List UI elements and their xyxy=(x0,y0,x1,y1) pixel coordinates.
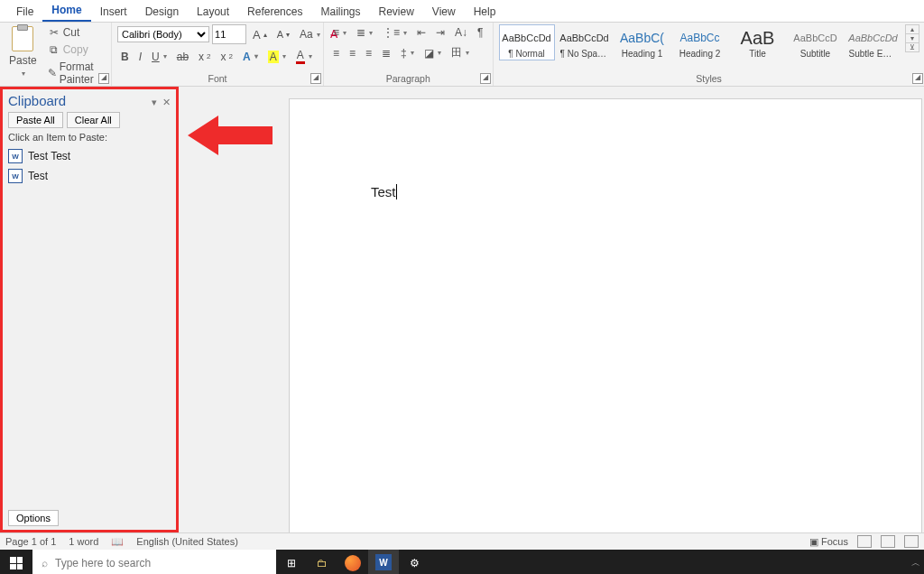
borders-button[interactable]: 田▾ xyxy=(448,43,473,62)
scissors-icon: ✂ xyxy=(48,26,60,39)
line-spacing-button[interactable]: ‡▾ xyxy=(397,45,418,61)
bullets-button[interactable]: ≡▾ xyxy=(329,24,350,41)
clipboard-icon xyxy=(12,26,33,51)
sort-button[interactable]: A↓ xyxy=(451,24,471,41)
document-text: Test xyxy=(371,184,396,199)
show-marks-button[interactable]: ¶ xyxy=(474,24,486,41)
word-count[interactable]: 1 word xyxy=(69,536,98,547)
format-painter-button[interactable]: ✎Format Painter xyxy=(44,59,106,88)
copy-icon: ⧉ xyxy=(48,43,60,56)
justify-button[interactable]: ≣ xyxy=(378,45,394,61)
tab-view[interactable]: View xyxy=(423,3,465,22)
clipboard-list: Test TestTest xyxy=(3,146,176,506)
pane-menu-icon[interactable]: ▾ xyxy=(152,97,157,107)
dialog-launcher-icon[interactable]: ◢ xyxy=(912,73,923,84)
options-button[interactable]: Options xyxy=(8,510,59,526)
print-layout-button[interactable] xyxy=(881,535,895,548)
style-subtitle[interactable]: AaBbCcDSubtitle xyxy=(788,24,844,60)
dialog-launcher-icon[interactable]: ◢ xyxy=(310,73,321,84)
group-styles: AaBbCcDd¶ NormalAaBbCcDd¶ No Spac...AaBb… xyxy=(494,23,924,86)
style-heading-2[interactable]: AaBbCcHeading 2 xyxy=(672,24,728,60)
style-heading-1[interactable]: AaBbC(Heading 1 xyxy=(614,24,670,60)
tab-help[interactable]: Help xyxy=(465,3,505,22)
tab-home[interactable]: Home xyxy=(42,1,90,22)
change-case-button[interactable]: Aa▾ xyxy=(296,26,324,42)
taskbar-search[interactable]: ⌕Type here to search xyxy=(32,550,276,574)
clear-all-button[interactable]: Clear All xyxy=(67,112,120,128)
ribbon-tabs: FileHomeInsertDesignLayoutReferencesMail… xyxy=(0,0,924,23)
underline-button[interactable]: U▾ xyxy=(148,49,171,65)
text-cursor xyxy=(396,184,397,199)
dialog-launcher-icon[interactable]: ◢ xyxy=(98,73,109,84)
document-page[interactable]: Test xyxy=(290,99,921,532)
numbering-button[interactable]: ≣▾ xyxy=(353,24,376,41)
font-size-input[interactable] xyxy=(212,24,246,44)
group-font: Calibri (Body) A▴ A▾ Aa▾ A̶ B I U▾ ab x2… xyxy=(112,23,324,86)
chevron-down-icon: ▾ xyxy=(22,69,25,78)
bold-button[interactable]: B xyxy=(117,49,133,65)
word-icon[interactable]: W xyxy=(368,550,399,574)
paste-label: Paste xyxy=(9,54,37,67)
tab-design[interactable]: Design xyxy=(136,3,188,22)
search-placeholder: Type here to search xyxy=(55,557,151,569)
language-indicator[interactable]: English (United States) xyxy=(136,536,238,547)
focus-mode-button[interactable]: ▣ Focus xyxy=(809,536,848,548)
clipboard-pane: Clipboard ▾✕ Paste All Clear All Click a… xyxy=(0,87,179,532)
align-center-button[interactable]: ≡ xyxy=(346,45,359,61)
highlight-button[interactable]: A▾ xyxy=(264,49,290,65)
read-mode-button[interactable] xyxy=(857,535,872,548)
tab-review[interactable]: Review xyxy=(369,3,422,22)
firefox-icon[interactable] xyxy=(337,550,368,574)
align-right-button[interactable]: ≡ xyxy=(362,45,375,61)
dialog-launcher-icon[interactable]: ◢ xyxy=(480,73,491,84)
tab-layout[interactable]: Layout xyxy=(188,3,238,22)
tab-mailings[interactable]: Mailings xyxy=(311,3,369,22)
font-color-button[interactable]: A▾ xyxy=(292,47,316,66)
web-layout-button[interactable] xyxy=(904,535,919,548)
start-button[interactable] xyxy=(0,550,32,574)
style-subtle-em-[interactable]: AaBbCcDdSubtle Em... xyxy=(845,24,901,60)
show-hidden-icons[interactable]: ︿ xyxy=(908,550,924,574)
paste-all-button[interactable]: Paste All xyxy=(8,112,63,128)
style-title[interactable]: AaBTitle xyxy=(730,24,786,60)
settings-icon[interactable]: ⚙ xyxy=(399,550,430,574)
styles-more[interactable]: ▴▾⊻ xyxy=(905,24,919,52)
italic-button[interactable]: I xyxy=(135,49,145,65)
page-indicator[interactable]: Page 1 of 1 xyxy=(5,536,56,547)
task-view-button[interactable]: ⊞ xyxy=(276,550,307,574)
align-left-button[interactable]: ≡ xyxy=(329,45,343,61)
style--no-spac-[interactable]: AaBbCcDd¶ No Spac... xyxy=(557,24,613,60)
group-paragraph: ≡▾ ≣▾ ⋮≡▾ ⇤ ⇥ A↓ ¶ ≡ ≡ ≡ ≣ ‡▾ ◪▾ 田▾ Para… xyxy=(324,23,494,86)
paste-button[interactable]: Paste ▾ xyxy=(5,24,41,79)
clipboard-hint: Click an Item to Paste: xyxy=(3,132,176,146)
shading-button[interactable]: ◪▾ xyxy=(420,45,445,61)
font-name-select[interactable]: Calibri (Body) xyxy=(117,26,209,42)
style--normal[interactable]: AaBbCcDd¶ Normal xyxy=(499,24,555,60)
text-effects-button[interactable]: A▾ xyxy=(239,49,262,65)
strike-button[interactable]: ab xyxy=(173,49,192,65)
tab-insert[interactable]: Insert xyxy=(91,3,136,22)
multilevel-button[interactable]: ⋮≡▾ xyxy=(379,24,411,41)
shrink-font-button[interactable]: A▾ xyxy=(273,27,293,42)
tab-file[interactable]: File xyxy=(7,3,42,22)
taskbar: ⌕Type here to search ⊞ 🗀 W ⚙ ︿ xyxy=(0,550,924,574)
grow-font-button[interactable]: A▴ xyxy=(249,26,271,43)
red-arrow-annotation xyxy=(188,116,273,155)
svg-marker-0 xyxy=(188,116,273,155)
cut-button[interactable]: ✂Cut xyxy=(44,24,106,41)
increase-indent-button[interactable]: ⇥ xyxy=(432,24,448,41)
superscript-button[interactable]: x2 xyxy=(217,49,236,65)
clipboard-item[interactable]: Test xyxy=(6,166,172,186)
clipboard-item[interactable]: Test Test xyxy=(6,146,172,166)
group-clipboard: Paste ▾ ✂Cut ⧉Copy ✎Format Painter Clipb… xyxy=(0,23,112,86)
close-icon[interactable]: ✕ xyxy=(162,97,171,107)
decrease-indent-button[interactable]: ⇤ xyxy=(413,24,430,41)
tab-references[interactable]: References xyxy=(238,3,311,22)
subscript-button[interactable]: x2 xyxy=(195,49,214,65)
copy-button[interactable]: ⧉Copy xyxy=(44,42,106,58)
spellcheck-icon[interactable]: 📖 xyxy=(111,536,124,548)
group-label: Paragraph xyxy=(329,73,487,86)
ribbon: Paste ▾ ✂Cut ⧉Copy ✎Format Painter Clipb… xyxy=(0,23,924,87)
file-explorer-icon[interactable]: 🗀 xyxy=(307,550,337,574)
brush-icon: ✎ xyxy=(48,67,57,79)
